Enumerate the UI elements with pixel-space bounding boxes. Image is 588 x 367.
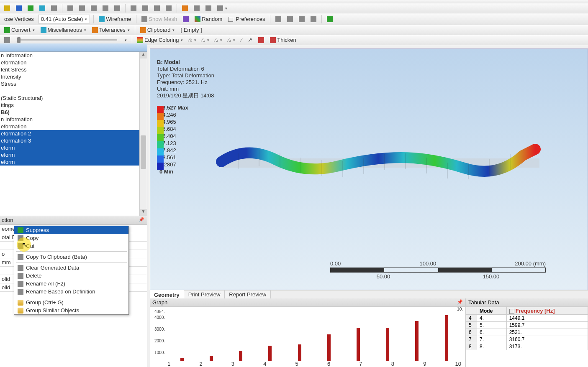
menu-rename-def[interactable]: Rename Based on Definition	[14, 288, 128, 296]
color-legend: 83.527 Max 74.24664.96555.68446.40437.12…	[157, 104, 188, 175]
icon-btn[interactable]	[180, 5, 190, 12]
x-tick: 10	[455, 361, 461, 367]
icon-btn[interactable]	[216, 5, 229, 12]
tree-scrollbar[interactable]: ▲▼	[139, 52, 147, 216]
coord-icon-3[interactable]	[297, 15, 306, 23]
outline-panel: n Informationeformationlent StressIntens…	[0, 43, 147, 367]
tab-print-preview[interactable]: Print Preview	[184, 291, 225, 298]
tree-item[interactable]: n Information	[0, 116, 147, 123]
clipboard-button[interactable]: Clipboard	[139, 26, 177, 34]
menu-delete[interactable]: Delete	[14, 272, 128, 280]
icon-btn[interactable]	[113, 5, 122, 12]
context-menu[interactable]: SuppressCopyCutCopy To Clipboard (Beta)C…	[14, 226, 129, 315]
autoscale-dropdown[interactable]: 0.41 (Auto Scale)	[38, 15, 90, 23]
menu-cut[interactable]: Cut	[14, 242, 128, 250]
icon-btn[interactable]	[152, 5, 162, 12]
icon-btn[interactable]	[141, 5, 150, 12]
edge-opt-4[interactable]: ∕₃	[226, 36, 237, 44]
tree-item[interactable]: n Information	[0, 52, 147, 59]
thicken-button[interactable]: Thicken	[268, 36, 298, 44]
edge-slider[interactable]	[17, 39, 117, 41]
tree-item[interactable]: eformation 2	[0, 130, 147, 137]
outline-tree[interactable]: n Informationeformationlent StressIntens…	[0, 52, 147, 216]
miscellaneous-button[interactable]: Miscellaneous	[39, 26, 88, 34]
icon-btn[interactable]	[89, 5, 98, 12]
tree-item[interactable]: eform	[0, 144, 147, 151]
tree-item[interactable]: lent Stress	[0, 66, 147, 73]
icon-btn[interactable]	[101, 5, 110, 12]
menu-group-sim[interactable]: Group Similar Objects	[14, 306, 128, 314]
toolbar-icons-1	[0, 3, 588, 13]
probe-icon-button[interactable]	[181, 15, 190, 23]
pin-icon[interactable]: 📌	[139, 217, 144, 222]
icon-btn[interactable]	[38, 5, 47, 12]
menu-group[interactable]: Group (Ctrl+ G)	[14, 298, 128, 306]
coord-icon-2[interactable]	[285, 15, 295, 23]
tree-item[interactable]: eformation	[0, 59, 147, 66]
table-row[interactable]: 88.3173.	[466, 343, 588, 350]
col-mode[interactable]: Mode	[477, 307, 507, 315]
icon-btn[interactable]	[14, 5, 23, 12]
menu-copy-clipboard[interactable]: Copy To Clipboard (Beta)	[14, 253, 128, 261]
menu-clear-gen[interactable]: Clear Generated Data	[14, 264, 128, 272]
icon-btn[interactable]	[129, 5, 138, 12]
edge-glyph[interactable]	[3, 36, 12, 44]
table-row[interactable]: 55.1599.7	[466, 322, 588, 329]
icon-btn[interactable]	[204, 5, 213, 12]
edge-opt-5[interactable]: ∕	[239, 36, 244, 44]
rename-all-icon	[18, 281, 23, 287]
icon-btn[interactable]	[192, 5, 201, 12]
edge-opt-1[interactable]: ∕₀	[187, 36, 198, 44]
table-row[interactable]: 77.3160.7	[466, 336, 588, 343]
bar	[357, 328, 360, 361]
menu-rename-all[interactable]: Rename All (F2)	[14, 280, 128, 288]
edge-opt-3[interactable]: ∕₂	[213, 36, 224, 44]
icon-btn[interactable]	[66, 5, 75, 12]
tree-item[interactable]: ttings	[0, 102, 147, 109]
clipboard-icon	[140, 27, 146, 33]
tree-item[interactable]: Intensity	[0, 73, 147, 80]
icon-btn[interactable]	[3, 5, 12, 12]
x-tick: 5	[295, 361, 298, 367]
tree-item[interactable]: (Static Structural)	[0, 94, 147, 102]
arrow-icon[interactable]: ↗	[246, 36, 254, 44]
tree-item[interactable]: eform	[0, 158, 147, 166]
pin-icon[interactable]: 📌	[457, 299, 463, 305]
random-button[interactable]: Random	[193, 15, 224, 23]
icon-btn[interactable]	[26, 5, 35, 12]
slider-dropdown[interactable]	[122, 37, 128, 43]
tolerances-button[interactable]: Tolerances	[90, 26, 131, 34]
tab-geometry[interactable]: Geometry	[150, 290, 184, 298]
tree-item[interactable]: eformation 3	[0, 137, 147, 144]
menubar[interactable]	[0, 0, 588, 3]
legend-value: 46.404	[159, 133, 188, 140]
menu-label: Rename Based on Definition	[26, 288, 95, 295]
menu-suppress[interactable]: Suppress	[14, 226, 128, 234]
tree-item[interactable]: eformation	[0, 123, 147, 130]
cube-icon[interactable]	[325, 15, 334, 23]
tree-item[interactable]: eform	[0, 151, 147, 158]
edge-coloring-button[interactable]: Edge Coloring	[136, 36, 185, 44]
edge-opt-2[interactable]: ∕₁	[200, 36, 211, 44]
table-row[interactable]: 44.1449.1	[466, 315, 588, 322]
convert-button[interactable]: Convert	[3, 26, 36, 34]
tree-item[interactable]: B6)	[0, 109, 147, 116]
coord-icon-1[interactable]	[274, 15, 283, 23]
table-row[interactable]: 66.2521.	[466, 329, 588, 336]
coord-icon-4[interactable]	[309, 15, 318, 23]
icon-btn[interactable]	[164, 5, 173, 12]
menu-copy[interactable]: Copy	[14, 234, 128, 242]
show-mesh-button[interactable]: Show Mesh	[140, 15, 179, 23]
flag-icon[interactable]	[257, 36, 266, 44]
icon-btn[interactable]	[49, 5, 59, 12]
tree-item[interactable]	[0, 87, 147, 94]
wireframe-button[interactable]: Wireframe	[97, 15, 133, 23]
graphics-view[interactable]: B: Modal Total Deformation 6 Type: Total…	[150, 48, 588, 290]
result-timestamp: 2019/1/20 星期日 14:08	[157, 92, 214, 99]
icon-btn[interactable]	[77, 5, 87, 12]
preferences-button[interactable]: Preferences	[226, 15, 267, 23]
tree-item[interactable]: Stress	[0, 80, 147, 87]
legend-value: 55.684	[159, 125, 188, 133]
tab-report-preview[interactable]: Report Preview	[225, 291, 271, 298]
col-frequency[interactable]: Frequency [Hz]	[506, 307, 588, 315]
